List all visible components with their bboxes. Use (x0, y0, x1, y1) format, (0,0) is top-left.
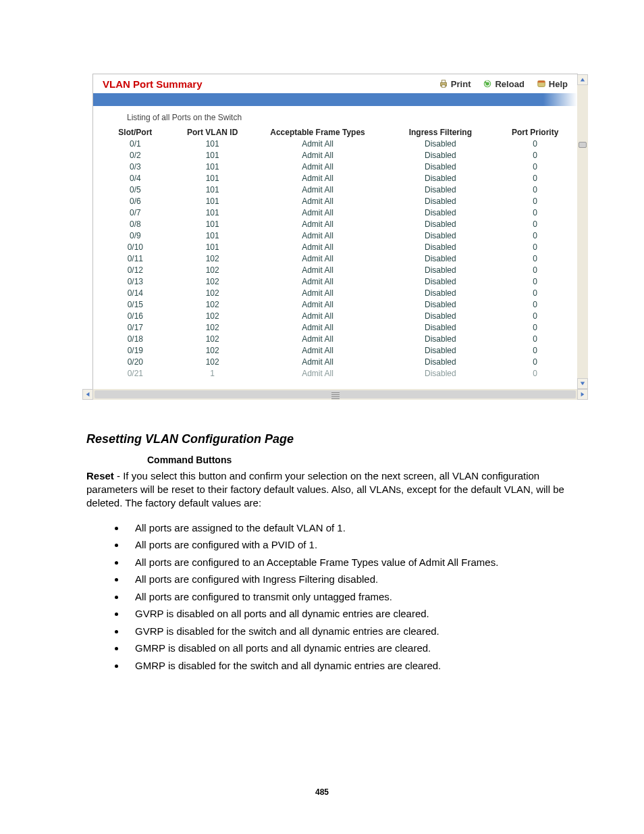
svg-marker-3 (581, 392, 585, 396)
cell-priority: 0 (493, 334, 577, 345)
table-caption: Listing of all Ports on the Switch (93, 111, 577, 126)
cell-priority: 0 (493, 357, 577, 368)
list-item: GMRP is disabled on all ports and all dy… (126, 640, 566, 657)
print-icon (439, 79, 448, 88)
cell-ingress: Disabled (387, 207, 493, 219)
cell-priority: 0 (493, 219, 577, 230)
cell-ingress: Disabled (387, 230, 493, 242)
cell-pvid: 101 (178, 196, 248, 207)
reload-button[interactable]: Reload (483, 79, 524, 89)
help-button[interactable]: Help (537, 79, 568, 89)
cell-ingress: Disabled (387, 311, 493, 322)
cell-ingress: Disabled (387, 150, 493, 161)
list-item: GMRP is disabled for the switch and all … (126, 657, 566, 675)
separator-bar (93, 93, 577, 106)
print-button[interactable]: Print (439, 79, 471, 89)
cell-frames: Admit All (248, 288, 388, 299)
content-panel: VLAN Port Summary Print (92, 74, 578, 390)
chevron-right-icon (580, 392, 585, 397)
document-body: Resetting VLAN Configuration Page Comman… (86, 432, 566, 674)
cell-slot: 0/7 (93, 207, 178, 219)
cell-pvid: 102 (178, 345, 248, 357)
scroll-right-button[interactable] (577, 389, 588, 400)
paragraph-rest: - If you select this button and confirm … (86, 470, 564, 509)
cell-ingress: Disabled (387, 161, 493, 173)
help-icon (537, 79, 546, 88)
table-row: 0/14102Admit AllDisabled0 (93, 288, 577, 299)
cell-ingress: Disabled (387, 334, 493, 345)
cell-pvid: 101 (178, 173, 248, 184)
col-pvid: Port VLAN ID (178, 126, 248, 138)
cell-ingress: Disabled (387, 138, 493, 150)
table-row: 0/10101Admit AllDisabled0 (93, 242, 577, 253)
bullet-list: All ports are assigned to the default VL… (86, 519, 566, 675)
cell-ingress: Disabled (387, 184, 493, 196)
help-label: Help (549, 79, 568, 89)
cell-ingress: Disabled (387, 288, 493, 299)
col-slot: Slot/Port (93, 126, 178, 138)
cell-pvid: 101 (178, 150, 248, 161)
table-row: 0/211Admit AllDisabled0 (93, 368, 577, 380)
cell-ingress: Disabled (387, 196, 493, 207)
cell-priority: 0 (493, 196, 577, 207)
cell-slot: 0/3 (93, 161, 178, 173)
cell-ingress: Disabled (387, 357, 493, 368)
cell-slot: 0/13 (93, 276, 178, 288)
page-title: VLAN Port Summary (103, 78, 203, 90)
cell-pvid: 102 (178, 276, 248, 288)
cell-pvid: 102 (178, 311, 248, 322)
cell-slot: 0/14 (93, 288, 178, 299)
cell-frames: Admit All (248, 299, 388, 311)
port-table: Slot/Port Port VLAN ID Acceptable Frame … (93, 126, 577, 380)
cell-slot: 0/20 (93, 357, 178, 368)
cell-frames: Admit All (248, 242, 388, 253)
cell-frames: Admit All (248, 345, 388, 357)
cell-priority: 0 (493, 322, 577, 334)
col-frames: Acceptable Frame Types (248, 126, 388, 138)
hscroll-thumb[interactable] (95, 390, 576, 398)
scroll-up-button[interactable] (577, 74, 588, 85)
cell-slot: 0/2 (93, 150, 178, 161)
table-row: 0/16102Admit AllDisabled0 (93, 311, 577, 322)
cell-pvid: 102 (178, 299, 248, 311)
cell-slot: 0/18 (93, 334, 178, 345)
scroll-grip-icon (331, 392, 340, 399)
table-row: 0/17102Admit AllDisabled0 (93, 322, 577, 334)
cell-pvid: 101 (178, 161, 248, 173)
table-row: 0/18102Admit AllDisabled0 (93, 334, 577, 345)
cell-frames: Admit All (248, 138, 388, 150)
cell-priority: 0 (493, 242, 577, 253)
cell-ingress: Disabled (387, 322, 493, 334)
cell-frames: Admit All (248, 311, 388, 322)
cell-ingress: Disabled (387, 173, 493, 184)
cell-frames: Admit All (248, 219, 388, 230)
list-item: All ports are configured to an Acceptabl… (126, 554, 566, 571)
vertical-scrollbar[interactable] (577, 74, 588, 389)
vscroll-thumb[interactable] (579, 142, 587, 148)
cell-priority: 0 (493, 207, 577, 219)
horizontal-scrollbar[interactable] (82, 389, 588, 400)
cell-priority: 0 (493, 276, 577, 288)
svg-rect-6 (441, 85, 445, 88)
cell-frames: Admit All (248, 276, 388, 288)
cell-pvid: 101 (178, 219, 248, 230)
cell-priority: 0 (493, 288, 577, 299)
list-item: GVRP is disabled for the switch and all … (126, 623, 566, 640)
list-item: All ports are configured with a PVID of … (126, 536, 566, 554)
cell-priority: 0 (493, 345, 577, 357)
scroll-left-button[interactable] (82, 389, 93, 400)
scroll-down-button[interactable] (577, 378, 588, 389)
cell-slot: 0/8 (93, 219, 178, 230)
cell-pvid: 101 (178, 138, 248, 150)
list-item: All ports are configured with Ingress Fi… (126, 571, 566, 588)
cell-slot: 0/21 (93, 368, 178, 380)
col-priority: Port Priority (493, 126, 577, 138)
toolbar: Print Reload Help (439, 79, 568, 89)
cell-pvid: 102 (178, 265, 248, 276)
cell-slot: 0/11 (93, 253, 178, 265)
print-label: Print (451, 79, 471, 89)
cell-frames: Admit All (248, 150, 388, 161)
cell-priority: 0 (493, 161, 577, 173)
table-row: 0/3101Admit AllDisabled0 (93, 161, 577, 173)
svg-rect-10 (538, 81, 545, 83)
